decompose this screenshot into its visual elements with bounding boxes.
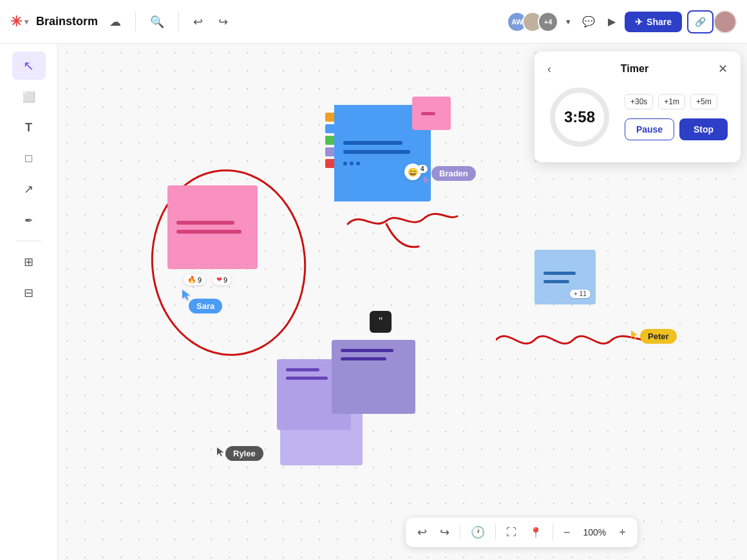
timer-inc-1m[interactable]: +1m	[658, 94, 685, 109]
sidebar-tool-select[interactable]: ↖	[12, 51, 46, 80]
color-tabs	[325, 113, 334, 201]
avatar-dropdown-button[interactable]: ▾	[563, 14, 573, 29]
sticky-line-1	[176, 221, 234, 225]
svg-marker-1	[424, 176, 431, 185]
sidebar-tool-table[interactable]: ⊟	[12, 279, 46, 307]
avatar-count: +4	[538, 12, 558, 32]
sidebar-tool-grid[interactable]: ⊞	[12, 248, 46, 276]
fire-count: 9	[198, 276, 202, 284]
emoji-count: 4	[417, 165, 428, 173]
cursor-peter	[631, 330, 640, 342]
reaction-fire[interactable]: 🔥 9	[184, 274, 205, 285]
dot-3	[356, 162, 360, 165]
tab-blue	[325, 124, 334, 133]
toolbar-history-button[interactable]: 🕐	[466, 521, 490, 543]
logo-chevron[interactable]: ▾	[24, 17, 28, 26]
header-divider-1	[135, 12, 136, 32]
toolbar-fullscreen-button[interactable]: ⛶	[501, 523, 522, 542]
laugh-emoji: 😄	[408, 167, 418, 177]
search-button[interactable]: 🔍	[146, 11, 168, 33]
toolbar-zoom-in-button[interactable]: +	[614, 522, 631, 543]
sticky-line-2	[176, 230, 241, 234]
toolbar-zoom-out-button[interactable]: −	[558, 522, 576, 543]
timer-panel: ‹ Timer ✕ 3:58 +30s +1m +5m Pause Stop	[534, 51, 741, 162]
svg-marker-3	[217, 447, 224, 456]
blue-line-2	[343, 150, 410, 154]
blue-line-1	[343, 141, 402, 145]
toolbar-redo-button[interactable]: ↪	[435, 521, 455, 543]
cursor-label-braden: Braden	[431, 166, 476, 181]
tab-green	[325, 136, 334, 145]
timer-increments: +30s +1m +5m	[625, 94, 728, 109]
redo-button[interactable]: ↪	[214, 11, 232, 33]
svg-marker-2	[631, 330, 638, 339]
lblue-line-1	[544, 272, 576, 275]
toolbar-undo-button[interactable]: ↩	[412, 521, 432, 543]
cursor-label-rylee: Rylee	[225, 446, 263, 461]
purple1-line-1	[341, 349, 393, 352]
logo-asterisk: ✳	[10, 14, 22, 30]
timer-time-display: 3:58	[547, 85, 612, 149]
timer-action-buttons: Pause Stop	[625, 118, 728, 140]
avatar-group: AW +4	[507, 12, 558, 32]
purple2-line-1	[286, 368, 319, 371]
sticky-note-pink-small[interactable]	[412, 97, 451, 130]
header-right: AW +4 ▾ 💬 ▶ ✈ Share 🔗	[507, 10, 737, 33]
toolbar-divider-1	[460, 525, 460, 540]
app-title: Brainstorm	[36, 15, 98, 28]
header: ✳ ▾ Brainstorm ☁ 🔍 ↩ ↪ AW +4 ▾ 💬 ▶ ✈ Sha…	[0, 0, 747, 44]
cursor-rylee	[217, 447, 226, 459]
share-icon: ✈	[635, 17, 643, 27]
timer-inc-30s[interactable]: +30s	[625, 94, 653, 109]
toolbar-divider-2	[495, 525, 496, 540]
dot-1	[343, 162, 347, 165]
quote-icon-badge: "	[370, 311, 392, 333]
app-logo[interactable]: ✳ ▾	[10, 14, 28, 30]
sidebar-tool-frame[interactable]: ⬜	[12, 82, 46, 111]
toolbar-zoom-pct: 100%	[578, 527, 612, 537]
sidebar-tool-arrow[interactable]: ↗	[12, 175, 46, 203]
toolbar-location-button[interactable]: 📍	[524, 523, 547, 543]
timer-title: Timer	[621, 63, 648, 75]
tab-red	[325, 159, 334, 168]
purple2-line-2	[286, 377, 328, 380]
purple1-line-2	[341, 357, 386, 360]
sidebar-divider	[16, 241, 42, 241]
header-divider-2	[178, 12, 179, 32]
tab-purple	[325, 147, 334, 156]
link-button[interactable]: 🔗	[687, 10, 714, 33]
heart-emoji: ❤	[216, 275, 222, 284]
timer-body: 3:58 +30s +1m +5m Pause Stop	[547, 85, 728, 149]
heart-count: 9	[223, 276, 227, 284]
reaction-heart[interactable]: ❤ 9	[213, 274, 231, 285]
bottom-toolbar: ↩ ↪ 🕐 ⛶ 📍 − 100% +	[406, 518, 638, 547]
current-user-avatar[interactable]	[714, 10, 737, 33]
sidebar-tool-pen[interactable]: ✒	[12, 206, 46, 234]
sidebar-tool-rect[interactable]: □	[12, 144, 46, 173]
timer-circle: 3:58	[547, 85, 612, 149]
sticky-note-pink[interactable]	[167, 185, 258, 269]
play-button[interactable]: ▶	[604, 12, 619, 32]
timer-back-button[interactable]: ‹	[547, 62, 551, 76]
fire-emoji: 🔥	[187, 275, 196, 284]
cursor-braden	[424, 176, 433, 187]
tab-orange	[325, 113, 334, 122]
count-badge-11: + 11	[570, 290, 591, 298]
presentation-button[interactable]: 💬	[578, 12, 599, 32]
sidebar-tool-text[interactable]: T	[12, 113, 46, 142]
sticky-purple-1[interactable]	[332, 340, 415, 414]
lblue-line-2	[544, 280, 569, 283]
timer-inc-5m[interactable]: +5m	[690, 94, 717, 109]
cursor-label-peter: Peter	[640, 329, 677, 344]
timer-pause-button[interactable]: Pause	[625, 118, 674, 140]
undo-button[interactable]: ↩	[189, 11, 207, 33]
timer-controls: +30s +1m +5m Pause Stop	[625, 94, 728, 140]
cloud-button[interactable]: ☁	[106, 11, 125, 33]
timer-close-button[interactable]: ✕	[718, 62, 728, 76]
quote-symbol: "	[379, 316, 383, 328]
timer-stop-button[interactable]: Stop	[679, 118, 728, 140]
share-button[interactable]: ✈ Share	[625, 12, 682, 32]
cursor-label-sara: Sara	[189, 299, 222, 313]
pink-sm-line	[421, 112, 435, 115]
timer-header: ‹ Timer ✕	[547, 62, 728, 76]
